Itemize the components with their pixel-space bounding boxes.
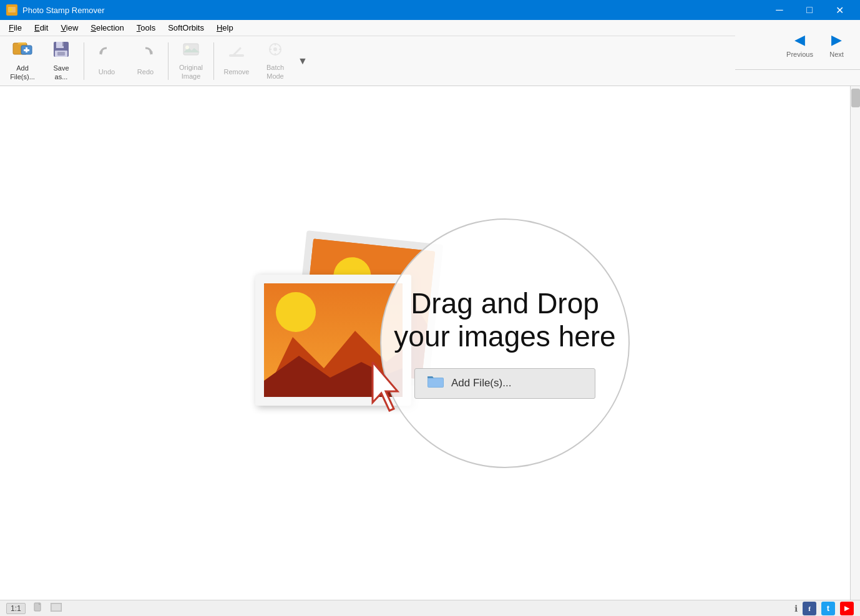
remove-icon: [228, 46, 245, 66]
minimize-button[interactable]: ─: [765, 0, 794, 20]
drag-text-line1: Drag and Drop: [394, 287, 615, 320]
info-icon: ℹ: [794, 604, 798, 614]
add-files-btn[interactable]: Add File(s)...: [414, 368, 595, 399]
toolbar-sep-1: [84, 42, 84, 80]
previous-arrow-icon: ◀: [794, 32, 805, 48]
undo-label: Undo: [99, 68, 115, 76]
menu-file[interactable]: File: [2, 21, 28, 34]
youtube-icon[interactable]: ▶: [840, 602, 854, 615]
window-title: Photo Stamp Remover: [22, 6, 765, 15]
page-thumbnail-icon: [51, 603, 62, 614]
app-icon: [6, 4, 17, 16]
svg-marker-36: [373, 362, 398, 411]
svg-rect-10: [62, 42, 64, 46]
menu-tools[interactable]: Tools: [130, 21, 162, 34]
folder-icon: [428, 375, 444, 392]
twitter-icon[interactable]: t: [821, 602, 835, 615]
toolbar-overflow-arrow[interactable]: ▼: [295, 53, 310, 69]
window-controls: ─ □ ✕: [765, 0, 854, 20]
next-button[interactable]: ▶ Next: [819, 23, 854, 67]
add-files-button-label: Add File(s)...: [451, 377, 511, 389]
redo-label: Redo: [137, 68, 154, 76]
next-arrow-icon: ▶: [831, 32, 842, 48]
svg-point-2: [9, 8, 12, 11]
redo-icon: [137, 46, 154, 66]
scrollbar-thumb[interactable]: [851, 89, 860, 107]
toolbar-sep-3: [213, 42, 214, 80]
status-left: 1:1: [6, 602, 62, 614]
menu-bar: File Edit View Selection Tools SoftOrbit…: [0, 20, 860, 36]
zoom-level: 1:1: [6, 603, 26, 614]
undo-icon: [98, 46, 115, 66]
original-image-label: Original Image: [179, 64, 203, 80]
toolbar-sep-2: [168, 42, 169, 80]
menu-help[interactable]: Help: [210, 21, 240, 34]
menu-selection[interactable]: Selection: [84, 21, 130, 34]
svg-rect-43: [52, 604, 61, 610]
save-as-button[interactable]: Save as...: [42, 39, 80, 83]
undo-button[interactable]: Undo: [88, 39, 125, 83]
drag-text-line2: your images here: [394, 320, 615, 353]
svg-point-33: [276, 292, 316, 332]
svg-point-20: [273, 47, 277, 51]
add-files-button[interactable]: Add File(s)...: [4, 39, 41, 83]
status-right: ℹ f t ▶: [794, 602, 854, 615]
svg-rect-7: [24, 49, 29, 51]
menu-softorbits[interactable]: SoftOrbits: [162, 21, 210, 34]
remove-label: Remove: [224, 68, 250, 76]
status-bar: 1:1 ℹ f t ▶: [0, 600, 860, 616]
save-as-icon: [52, 41, 70, 62]
menu-view[interactable]: View: [54, 21, 84, 34]
svg-marker-38: [428, 376, 434, 378]
batch-mode-icon: [266, 41, 284, 61]
redo-button[interactable]: Redo: [127, 39, 164, 83]
next-label: Next: [829, 51, 844, 58]
svg-rect-12: [57, 52, 65, 56]
toolbar: Add File(s)... Save as... Undo: [0, 36, 860, 86]
batch-mode-label: Batch Mode: [266, 64, 284, 80]
drop-zone-area: Drag and Drop your images here Add File(…: [218, 225, 642, 462]
svg-rect-15: [183, 44, 198, 55]
original-image-button[interactable]: Original Image: [172, 39, 210, 83]
save-as-label: Save as...: [53, 64, 69, 81]
menu-edit[interactable]: Edit: [28, 21, 54, 34]
drag-drop-text: Drag and Drop your images here: [394, 287, 615, 353]
facebook-icon[interactable]: f: [803, 602, 816, 615]
page-icon: [33, 602, 43, 614]
vertical-scrollbar[interactable]: [850, 86, 860, 600]
svg-rect-18: [229, 54, 244, 57]
previous-label: Previous: [786, 51, 813, 58]
main-content: Drag and Drop your images here Add File(…: [0, 86, 860, 600]
svg-point-16: [185, 46, 189, 49]
remove-button[interactable]: Remove: [218, 39, 255, 83]
add-files-icon: [12, 41, 32, 62]
batch-mode-button[interactable]: Batch Mode: [257, 39, 294, 83]
close-button[interactable]: ✕: [825, 0, 854, 20]
cursor-illustration: [368, 362, 411, 414]
previous-button[interactable]: ◀ Previous: [783, 23, 817, 67]
drop-circle-overlay: Drag and Drop your images here Add File(…: [380, 218, 630, 468]
original-image-icon: [182, 41, 200, 61]
add-files-label: Add File(s)...: [10, 64, 35, 81]
title-bar: Photo Stamp Remover ─ □ ✕: [0, 0, 860, 20]
maximize-button[interactable]: □: [795, 0, 824, 20]
svg-rect-39: [428, 378, 443, 387]
nav-area: ◀ Previous ▶ Next: [735, 20, 860, 70]
